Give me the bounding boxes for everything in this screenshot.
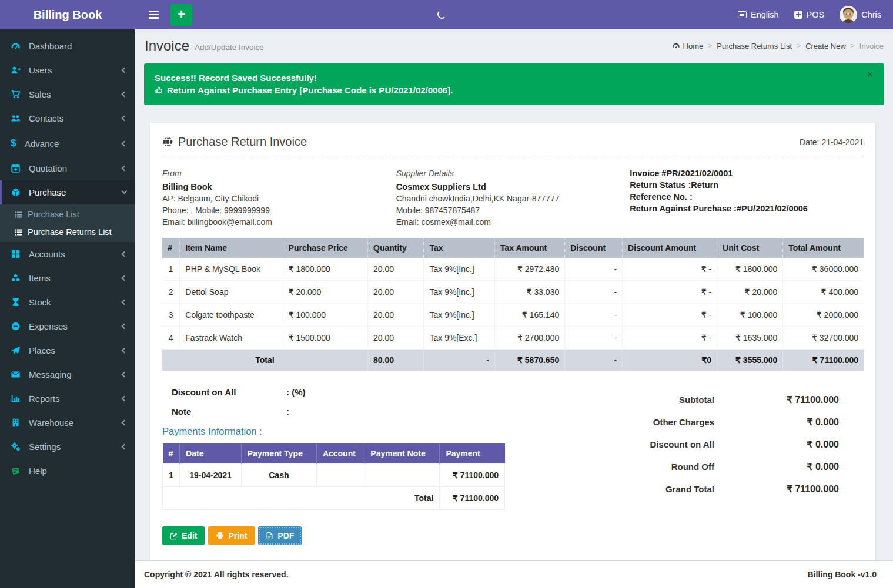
col-unit-cost: Unit Cost	[717, 238, 783, 258]
chevron-down-icon	[122, 189, 128, 194]
sidebar-item-expenses[interactable]: Expenses	[0, 314, 135, 338]
sidebar-item-reports[interactable]: Reports	[0, 387, 135, 411]
sidebar-item-label: Messaging	[29, 369, 72, 379]
from-heading: From	[162, 167, 396, 179]
building-icon	[11, 418, 25, 428]
from-address: AP: Belgaum, City:Chikodi	[162, 193, 396, 204]
col-date: Date	[180, 443, 242, 464]
pdf-button[interactable]: PDF	[258, 526, 302, 545]
sidebar-item-label: Warehouse	[29, 418, 73, 428]
sidebar-item-settings[interactable]: Settings	[0, 435, 135, 459]
user-menu[interactable]: Chris	[840, 6, 881, 23]
sidebar-item-purchase-returns-list[interactable]: Purchase Returns List	[0, 223, 135, 241]
col-quantity: Quantity	[368, 238, 424, 258]
dollar-icon: $	[11, 137, 25, 149]
sidebar-toggle-button[interactable]	[143, 5, 163, 25]
print-button[interactable]: Print	[208, 526, 255, 545]
supplier-name: Cosmex Suppliers Ltd	[396, 181, 630, 193]
sidebar-item-help[interactable]: Help	[0, 459, 135, 483]
globe-icon	[162, 136, 173, 147]
sidebar-item-label: Expenses	[29, 321, 68, 331]
file-pdf-icon	[266, 532, 273, 540]
sidebar-item-purchase[interactable]: Purchase	[0, 180, 135, 204]
pos-plus-square-icon	[794, 11, 802, 19]
payments-total-row: Total ₹ 71100.000	[163, 487, 505, 510]
sidebar-item-accounts[interactable]: Accounts	[0, 242, 135, 266]
breadcrumb-create-new[interactable]: Create New	[805, 42, 846, 51]
col-payment-note: Payment Note	[364, 443, 440, 464]
sidebar-item-dashboard[interactable]: Dashboard	[0, 34, 135, 58]
invoice-date: Date: 21-04-2021	[800, 137, 864, 147]
sidebar-item-label: Help	[29, 466, 47, 476]
username-label: Chris	[861, 10, 881, 19]
user-plus-icon	[11, 65, 25, 75]
breadcrumb-separator: >	[708, 42, 712, 50]
sidebar-item-advance[interactable]: $ Advance	[0, 130, 135, 156]
chevron-left-icon	[122, 420, 128, 426]
alert-line1: Success!! Record Saved Successfully!	[155, 72, 864, 84]
envelope-icon	[11, 369, 25, 379]
sidebar: Dashboard Users Sales Contacts $ Advance	[0, 29, 135, 588]
sidebar-item-places[interactable]: Places	[0, 338, 135, 362]
menu-icon	[149, 11, 159, 12]
sidebar-item-warehouse[interactable]: Warehouse	[0, 411, 135, 435]
language-icon	[738, 11, 747, 18]
sidebar-item-label: Contacts	[29, 113, 63, 123]
users-icon	[11, 113, 25, 123]
supplier-heading: Supplier Details	[396, 167, 630, 179]
col-discount: Discount	[565, 238, 623, 258]
print-icon	[216, 532, 224, 540]
loading-spinner-icon	[437, 10, 446, 19]
chevron-left-icon	[122, 324, 128, 330]
invoice-meta: Invoice #PR/2021/02/0001 Return Status :…	[630, 167, 864, 228]
sidebar-item-sales[interactable]: Sales	[0, 82, 135, 106]
breadcrumb-home[interactable]: Home	[672, 42, 704, 51]
cubes-icon	[11, 273, 25, 283]
note-value: :	[286, 406, 289, 416]
summary-grand-total: Grand Total ₹ 71100.000	[585, 478, 839, 500]
sidebar-item-stock[interactable]: Stock	[0, 290, 135, 314]
sidebar-item-items[interactable]: Items	[0, 266, 135, 290]
sidebar-item-contacts[interactable]: Contacts	[0, 106, 135, 130]
list-icon	[14, 210, 23, 219]
sidebar-item-users[interactable]: Users	[0, 58, 135, 82]
note-label: Note	[172, 406, 286, 416]
pos-button[interactable]: POS	[794, 10, 825, 19]
edit-button[interactable]: Edit	[162, 526, 205, 545]
chevron-left-icon	[122, 348, 128, 354]
chevron-left-icon	[122, 116, 128, 122]
chevron-left-icon	[122, 68, 128, 73]
col-payment: Payment	[440, 443, 505, 464]
language-label: English	[751, 10, 779, 19]
close-icon[interactable]: ×	[864, 69, 877, 80]
col-total-amount: Total Amount	[783, 238, 864, 258]
sidebar-item-label: Users	[29, 65, 52, 75]
discount-on-all-row: Discount on All : (%)	[162, 387, 515, 397]
sidebar-item-purchase-list[interactable]: Purchase List	[0, 206, 135, 223]
sidebar-item-quotation[interactable]: Quotation	[0, 156, 135, 180]
app-logo[interactable]: Billing Book	[0, 0, 135, 29]
breadcrumb-purchase-returns-list[interactable]: Purchase Returns List	[717, 42, 792, 51]
table-row: 1 PHP & MySQL Book ₹ 1800.000 20.00 Tax …	[162, 258, 864, 281]
col-payment-type: Payment Type	[241, 443, 316, 464]
table-row: 3 Colgate toothpaste ₹ 100.000 20.00 Tax…	[162, 304, 864, 327]
breadcrumb-current: Invoice	[859, 42, 884, 51]
language-menu[interactable]: English	[738, 10, 779, 19]
sidebar-item-label: Items	[29, 273, 51, 283]
supplier-address: Chandni chowkIndia,Delhi,KK Nagar-877777	[396, 193, 630, 204]
from-email: Email: billingbook@email.com	[162, 216, 396, 228]
top-navbar: Billing Book + English POS	[0, 0, 893, 29]
sidebar-item-messaging[interactable]: Messaging	[0, 362, 135, 387]
summary-subtotal: Subtotal ₹ 71100.000	[585, 388, 839, 411]
sidebar-item-label: Advance	[25, 139, 59, 149]
supplier-email: Email: cosmex@mail.com	[396, 216, 630, 228]
chevron-left-icon	[122, 92, 128, 98]
divider	[162, 157, 864, 157]
cart-icon	[11, 89, 25, 99]
invoice-summary: Subtotal ₹ 71100.000 Other Charges ₹ 0.0…	[585, 388, 839, 510]
success-alert: Success!! Record Saved Successfully! Ret…	[144, 63, 884, 105]
plus-icon: +	[178, 8, 185, 21]
col-index: #	[162, 238, 180, 258]
quick-add-button[interactable]: +	[170, 4, 192, 26]
pos-label: POS	[807, 10, 825, 19]
